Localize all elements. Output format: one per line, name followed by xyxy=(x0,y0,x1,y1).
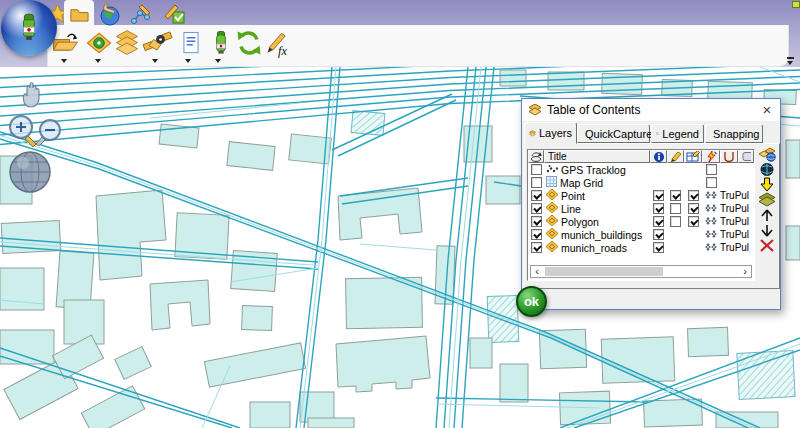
shapefile-layer-icon xyxy=(546,215,558,228)
clipped-corner-icon[interactable] xyxy=(792,1,800,8)
dialog-titlebar[interactable]: Table of Contents xyxy=(522,99,780,121)
identify-checkbox[interactable] xyxy=(653,203,664,214)
zoom-out-icon[interactable] xyxy=(36,120,60,146)
tab-layers[interactable]: Layers xyxy=(524,122,577,144)
rangefinder-label: TruPul xyxy=(720,228,755,241)
layer-visible-checkbox[interactable] xyxy=(531,229,542,240)
visibility-column-header[interactable] xyxy=(528,150,544,163)
identify-checkbox[interactable] xyxy=(653,190,664,201)
globe-extent-icon[interactable] xyxy=(10,152,50,192)
edit-task-tab[interactable] xyxy=(160,2,190,25)
move-down-button[interactable] xyxy=(756,223,778,238)
identify-checkbox[interactable] xyxy=(653,216,664,227)
table-row[interactable]: Point TruPul xyxy=(528,189,754,202)
dropdown-caret-icon[interactable] xyxy=(185,59,191,63)
layer-visible-checkbox[interactable] xyxy=(531,203,542,214)
layers-icon xyxy=(528,104,542,116)
visibility-icon xyxy=(530,151,543,162)
fx-label: fx xyxy=(278,44,287,58)
gps-button[interactable] xyxy=(140,28,174,58)
refresh-button[interactable] xyxy=(232,28,266,58)
flash-icon xyxy=(706,151,717,162)
layer-title: munich_buildings xyxy=(561,229,642,241)
add-arrow-button[interactable] xyxy=(756,177,778,192)
pencil-check-icon xyxy=(163,2,187,25)
title-column-header[interactable]: Title xyxy=(544,150,650,163)
dropdown-caret-icon[interactable] xyxy=(215,59,221,63)
edit-checkbox[interactable] xyxy=(670,216,681,227)
clipped-column-header[interactable] xyxy=(738,150,754,163)
tab-label: Snapping xyxy=(713,128,760,140)
identify-checkbox[interactable] xyxy=(653,242,664,253)
attributes-column-header[interactable] xyxy=(684,150,702,163)
satellite-icon xyxy=(141,28,173,58)
identify-column-header[interactable] xyxy=(650,150,667,163)
snowflake-icon xyxy=(705,190,717,202)
dropdown-caret-icon[interactable] xyxy=(61,59,67,63)
horizontal-scrollbar[interactable]: ‹ › xyxy=(530,265,752,278)
move-up-button[interactable] xyxy=(756,208,778,223)
table-row[interactable]: munich_roads TruPul xyxy=(528,241,754,254)
container-column-header[interactable] xyxy=(720,150,738,163)
attributes-checkbox[interactable] xyxy=(688,190,699,201)
document-icon xyxy=(176,28,206,58)
shapefile-layer-icon xyxy=(546,202,558,215)
dialog-title: Table of Contents xyxy=(547,103,640,117)
tab-label: Layers xyxy=(539,127,572,139)
add-data-button[interactable] xyxy=(756,147,778,162)
map-navigation-tab[interactable] xyxy=(96,2,124,25)
flash-checkbox[interactable] xyxy=(706,164,717,175)
layer-title: Line xyxy=(561,203,581,215)
table-row[interactable]: munich_buildings TruPul xyxy=(528,228,754,241)
flash-checkbox[interactable] xyxy=(706,177,717,188)
table-row[interactable]: Line TruPul xyxy=(528,202,754,215)
snowflake-icon xyxy=(705,203,717,215)
table-row[interactable]: Map Grid xyxy=(528,176,754,189)
tab-legend[interactable]: Legend xyxy=(651,124,704,143)
file-tab-active[interactable] xyxy=(64,0,94,26)
dropdown-caret-icon[interactable] xyxy=(152,59,158,63)
map-grid-icon xyxy=(546,176,557,189)
scrollbar-thumb[interactable] xyxy=(545,267,663,276)
ok-button[interactable]: ok xyxy=(516,286,547,317)
layer-visible-checkbox[interactable] xyxy=(531,216,542,227)
edit-vertices-tab[interactable] xyxy=(126,2,158,25)
layer-visible-checkbox[interactable] xyxy=(531,164,542,175)
table-header-row: Title xyxy=(528,150,754,163)
table-row[interactable]: GPS Tracklog xyxy=(528,163,754,176)
scroll-right-arrow[interactable]: › xyxy=(739,266,751,277)
rangefinder-label: TruPul xyxy=(720,202,755,215)
tab-quickcapture[interactable]: QuickCapture xyxy=(577,124,650,143)
rangefinder-label xyxy=(720,176,755,189)
layers-button[interactable] xyxy=(110,28,144,58)
edit-column-header[interactable] xyxy=(667,150,684,163)
clipped-header-icon xyxy=(741,151,751,162)
rangefinder-label: TruPul xyxy=(720,189,755,202)
layer-visible-checkbox[interactable] xyxy=(531,242,542,253)
table-row[interactable]: Polygon TruPul xyxy=(528,215,754,228)
zoom-in-icon[interactable] xyxy=(10,116,36,147)
layer-package-icon xyxy=(757,192,777,207)
attributes-checkbox[interactable] xyxy=(688,216,699,227)
ribbon-overflow-icon[interactable] xyxy=(786,57,795,65)
edit-checkbox[interactable] xyxy=(670,190,681,201)
legend-icon xyxy=(656,128,659,139)
pan-hand-icon[interactable] xyxy=(23,83,39,107)
attributes-checkbox[interactable] xyxy=(688,203,699,214)
dropdown-caret-icon[interactable] xyxy=(95,59,101,63)
edit-checkbox[interactable] xyxy=(670,203,681,214)
layer-visible-checkbox[interactable] xyxy=(531,190,542,201)
formula-button[interactable]: fx xyxy=(262,28,296,58)
remove-layer-button[interactable] xyxy=(756,238,778,253)
identify-icon xyxy=(653,151,665,163)
scroll-left-arrow[interactable]: ‹ xyxy=(531,266,543,277)
flash-column-header[interactable] xyxy=(702,150,720,163)
close-icon[interactable]: × xyxy=(758,100,776,118)
layer-visible-checkbox[interactable] xyxy=(531,177,542,188)
tab-snapping[interactable]: Snapping xyxy=(705,124,763,143)
identify-checkbox[interactable] xyxy=(653,229,664,240)
internet-data-button[interactable] xyxy=(756,162,778,177)
document-button[interactable] xyxy=(174,28,208,58)
layer-package-button[interactable] xyxy=(756,192,778,207)
app-logo-button[interactable] xyxy=(1,0,57,56)
